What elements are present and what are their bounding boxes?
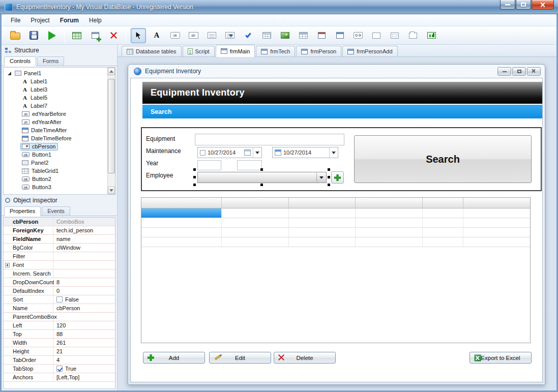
property-row-sort[interactable]: Sort False [4, 295, 115, 304]
table-grid[interactable] [141, 197, 531, 343]
property-row-width[interactable]: Width 261 [4, 339, 115, 347]
property-row-name[interactable]: Name cbPerson [4, 304, 115, 313]
grid-row[interactable] [141, 228, 530, 237]
tabstop-checkbox[interactable] [56, 366, 63, 372]
tree-item-panel2[interactable]: Panel2 [4, 159, 115, 167]
grid-row[interactable] [141, 208, 530, 218]
tree-item-edyearbefore[interactable]: ab edYearBefore [4, 110, 115, 118]
tab-frmtech[interactable]: frmTech [256, 46, 295, 56]
year-after-input[interactable] [237, 160, 262, 170]
database-grid-button[interactable] [69, 28, 84, 43]
tree-item-tablegrid1[interactable]: TableGrid1 [4, 167, 115, 175]
memo-tool-button[interactable] [204, 28, 219, 43]
grid-selected-cell[interactable] [141, 208, 222, 218]
image-tool-button[interactable] [277, 28, 292, 43]
selection-handle[interactable] [328, 176, 330, 178]
tree-item-edyearafter[interactable]: ab edYearAfter [4, 118, 115, 126]
cursor-tool-button[interactable] [131, 28, 146, 43]
grid-row[interactable] [141, 218, 530, 228]
grid-cell[interactable] [141, 237, 222, 247]
collapse-arrow-icon[interactable] [8, 72, 11, 75]
property-row-left[interactable]: Left 120 [4, 321, 115, 330]
tree-item-panel1[interactable]: Panel1 [4, 69, 115, 77]
property-row-filter[interactable]: Filter [4, 252, 115, 261]
grid-cell[interactable] [423, 228, 463, 237]
grid-cell[interactable] [141, 228, 222, 237]
menu-project[interactable]: Project [25, 15, 54, 25]
equipment-input[interactable] [195, 134, 344, 145]
tree-item-label7[interactable]: A Label7 [4, 102, 115, 110]
tree-item-button3[interactable]: ok Button3 [4, 183, 115, 191]
expand-icon[interactable] [5, 263, 10, 267]
grid-cell[interactable] [289, 228, 356, 237]
grid-tool-button[interactable] [259, 28, 274, 43]
grid-cell[interactable] [463, 237, 530, 247]
shape-tool-button[interactable] [369, 28, 384, 43]
chart-tool-button[interactable] [424, 28, 439, 43]
label-tool-button[interactable]: A [149, 28, 164, 43]
tab-events[interactable]: Events [42, 206, 70, 216]
dropdown-arrow-icon[interactable] [253, 147, 261, 158]
tab-frmmain[interactable]: frmMain [216, 45, 255, 57]
tree-scrollbar[interactable] [107, 68, 115, 194]
grid-cell[interactable] [289, 218, 356, 227]
grid-cell[interactable] [356, 208, 423, 218]
sort-checkbox[interactable] [56, 296, 63, 303]
grid-header-cell[interactable] [423, 198, 463, 208]
tab-properties[interactable]: Properties [4, 206, 41, 216]
selection-handle[interactable] [328, 184, 330, 186]
selection-handle[interactable] [328, 168, 330, 171]
property-row-top[interactable]: Top 88 [4, 330, 115, 339]
calendar-tool-button[interactable] [332, 28, 347, 43]
grid-cell[interactable] [463, 228, 530, 237]
dbgrid-tool-button[interactable] [296, 28, 311, 43]
scroll-thumb[interactable] [108, 79, 115, 173]
grid-cell[interactable] [222, 237, 289, 247]
property-row-anchors[interactable]: Anchors [Left,Top] [4, 373, 115, 382]
property-row-defaultindex[interactable]: DefaultIndex 0 [4, 287, 115, 295]
titlebar[interactable]: EquipmentInventory - My Visual DataBase … [0, 0, 558, 14]
grid-cell[interactable] [222, 208, 289, 218]
grid-header-cell[interactable] [356, 198, 423, 208]
form-maximize-button[interactable] [512, 67, 526, 76]
grid-cell[interactable] [356, 237, 423, 247]
grid-cell[interactable] [423, 218, 463, 227]
dropdown-arrow-icon[interactable] [316, 173, 326, 182]
close-button[interactable] [532, 0, 554, 10]
export-excel-button[interactable]: Export to Excel [469, 352, 532, 364]
tree-item-label1[interactable]: A Label1 [4, 77, 115, 85]
run-button[interactable] [44, 28, 60, 43]
button-tool-button[interactable]: ok [167, 28, 183, 43]
grid-header-cell[interactable] [222, 198, 289, 208]
delete-button[interactable]: Delete [274, 352, 336, 364]
form-close-button[interactable] [527, 67, 541, 76]
datetime-tool-button[interactable] [314, 28, 329, 43]
grid-cell[interactable] [222, 218, 289, 227]
grid-cell[interactable] [289, 237, 356, 247]
edit-button[interactable]: Edit [209, 352, 271, 364]
selection-handle[interactable] [193, 176, 196, 178]
tree-item-datetimeafter[interactable]: DateTimeAfter [4, 126, 115, 134]
tab-forms[interactable]: Forms [37, 56, 64, 66]
property-row-fieldname[interactable]: FieldName name [4, 235, 115, 244]
form-header-band[interactable]: Equipment Inventory [142, 82, 542, 104]
property-row-taborder[interactable]: TabOrder 4 [4, 356, 115, 365]
maximize-button[interactable] [516, 0, 531, 10]
tree-item-button1[interactable]: ok Button1 [4, 150, 115, 159]
combobox-tool-button[interactable] [222, 28, 238, 43]
property-row-tabstop[interactable]: TabStop True [4, 365, 115, 373]
scroll-down-button[interactable] [108, 187, 115, 194]
grid-cell[interactable] [141, 218, 222, 227]
designer-titlebar[interactable]: Equipment Inventory [128, 65, 545, 78]
date-checkbox[interactable] [200, 150, 205, 156]
tree-item-cbperson[interactable]: cbPerson [4, 142, 115, 150]
grid-header-cell[interactable] [289, 198, 356, 208]
form-minimize-button[interactable] [497, 67, 511, 76]
edit-tool-button[interactable]: ab [186, 28, 201, 43]
selection-handle[interactable] [193, 168, 196, 171]
property-row-bgcolor[interactable]: BgColor clWindow [4, 244, 115, 252]
dropdown-arrow-icon[interactable] [329, 147, 338, 158]
grid-cell[interactable] [423, 237, 463, 247]
form-design-surface[interactable]: Equipment Inventory Search Equipment Mai… [130, 78, 543, 382]
add-button[interactable]: Add [143, 352, 205, 364]
